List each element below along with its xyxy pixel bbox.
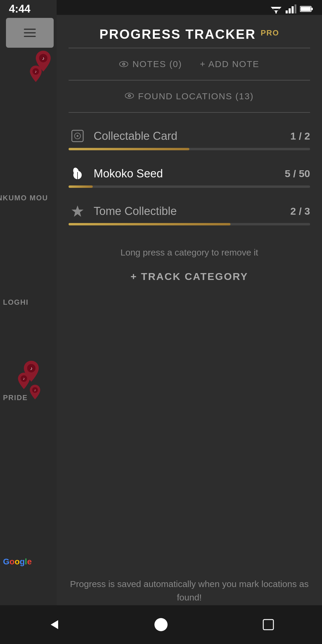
seed-icon: [69, 165, 86, 182]
svg-text:♪: ♪: [42, 56, 44, 61]
svg-rect-17: [295, 4, 296, 13]
category-name-collectable-card: Collectable Card: [94, 130, 290, 143]
navigation-bar: [0, 605, 322, 644]
track-category-button[interactable]: + TRACK CATEGORY: [57, 262, 322, 291]
status-time: 4:44: [9, 3, 30, 15]
svg-rect-15: [289, 8, 291, 13]
card-icon: [69, 127, 86, 145]
svg-rect-19: [311, 8, 313, 10]
category-name-mokoko-seed: Mokoko Seed: [94, 167, 285, 180]
progress-fill-tome-collectible: [69, 223, 230, 225]
svg-point-29: [77, 135, 78, 137]
svg-rect-16: [292, 6, 294, 13]
eye-icon: [119, 59, 128, 69]
map-pin-cluster-bottom2: ♪: [18, 373, 30, 390]
status-icons: [270, 4, 313, 13]
google-logo: Google: [3, 557, 32, 566]
category-name-tome-collectible: Tome Collectible: [94, 205, 290, 218]
battery-icon: [300, 6, 313, 12]
category-item-mokoko-seed[interactable]: Mokoko Seed 5 / 50: [69, 156, 310, 185]
back-button[interactable]: [46, 617, 61, 632]
svg-rect-14: [286, 10, 288, 13]
category-count-collectable-card: 1 / 2: [290, 130, 310, 142]
progress-fill-collectable-card: [69, 148, 189, 150]
progress-bar-tome-collectible: [69, 223, 310, 225]
hint-text: Long press a category to remove it: [57, 237, 322, 262]
status-bar: 4:44: [0, 0, 322, 18]
panel-header: PROGRESS TRACKER PRO: [57, 15, 322, 48]
svg-text:♪: ♪: [30, 366, 32, 371]
map-menu-button[interactable]: [6, 18, 54, 48]
progress-bar-collectable-card: [69, 148, 310, 150]
panel-title: PROGRESS TRACKER: [99, 27, 256, 42]
category-item-collectable-card[interactable]: Collectable Card 1 / 2: [69, 119, 310, 148]
notes-label: NOTES (0): [119, 59, 182, 69]
save-notice: Progress is saved automatically when you…: [69, 577, 310, 604]
pro-badge: PRO: [261, 28, 279, 38]
wifi-icon: [270, 4, 282, 13]
recents-button[interactable]: [261, 617, 276, 632]
svg-text:♪: ♪: [34, 388, 36, 392]
track-category-label: + TRACK CATEGORY: [131, 271, 248, 282]
svg-point-23: [123, 64, 124, 65]
progress-tracker-panel: PROGRESS TRACKER PRO NOTES (0) + ADD NOT…: [57, 15, 322, 644]
svg-rect-36: [263, 620, 273, 630]
map-background: [0, 0, 57, 644]
progress-fill-mokoko-seed: [69, 185, 93, 188]
svg-marker-34: [51, 620, 58, 629]
signal-icon: [286, 4, 296, 13]
spacer: [57, 291, 322, 568]
map-area-label-1: NKUMO MOU: [0, 194, 48, 202]
found-locations-label: FOUND LOCATIONS (13): [138, 91, 254, 101]
map-pin-cluster-top2: ♪: [30, 66, 42, 83]
map-pin-cluster-bottom3: ♪: [30, 385, 40, 401]
svg-point-35: [154, 618, 168, 631]
svg-point-13: [275, 12, 277, 14]
svg-rect-20: [301, 7, 311, 11]
category-count-mokoko-seed: 5 / 50: [285, 168, 310, 179]
found-locations-row: FOUND LOCATIONS (13): [57, 80, 322, 112]
add-note-button[interactable]: + ADD NOTE: [200, 59, 259, 69]
star-icon: [69, 202, 86, 220]
eye-icon-2: [125, 93, 134, 100]
map-area-label-3: PRIDE: [3, 394, 28, 402]
svg-text:♪: ♪: [35, 69, 37, 74]
category-item-tome-collectible[interactable]: Tome Collectible 2 / 3: [69, 194, 310, 223]
progress-bar-mokoko-seed: [69, 185, 310, 188]
svg-marker-33: [72, 205, 83, 217]
category-list: Collectable Card 1 / 2 Mokoko Seed 5 / 5…: [57, 113, 322, 237]
map-area-label-2: LOGHI: [3, 298, 29, 306]
home-button[interactable]: [154, 617, 168, 632]
hamburger-icon: [24, 29, 36, 37]
svg-text:♪: ♪: [23, 377, 25, 381]
category-count-tome-collectible: 2 / 3: [290, 205, 310, 217]
svg-point-26: [129, 95, 130, 96]
notes-row: NOTES (0) + ADD NOTE: [57, 48, 322, 80]
